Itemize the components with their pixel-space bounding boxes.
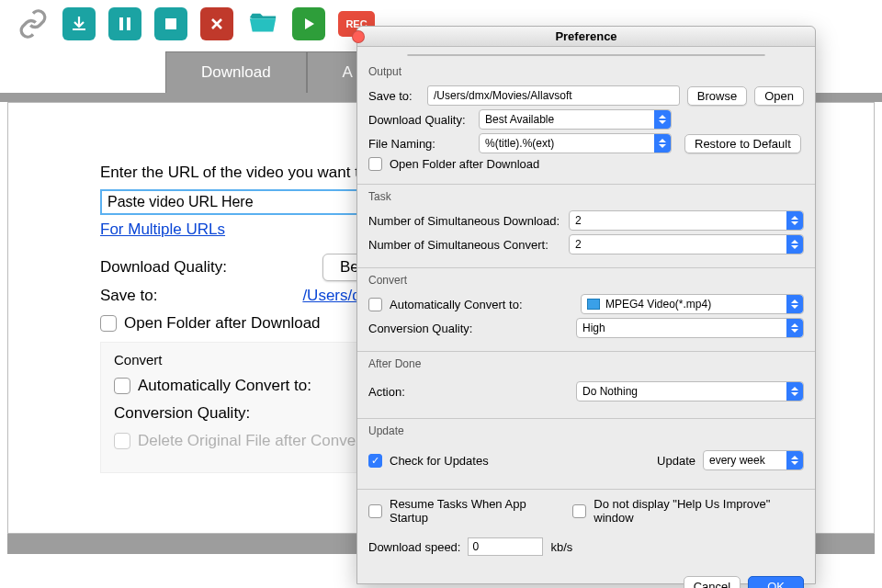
chevron-updown-icon [786,211,803,230]
tab-download[interactable]: Download [165,51,307,93]
action-label: Action: [368,385,569,399]
download-icon[interactable] [62,7,96,40]
tab-ui-settings[interactable]: UI Settings [473,55,555,56]
after-done-title: After Done [368,356,804,374]
cq-label-pref: Conversion Quality: [368,322,569,335]
download-speed-input[interactable] [468,537,543,556]
auto-convert-checkbox[interactable] [114,378,130,394]
close-icon[interactable] [352,30,365,43]
delete-icon[interactable] [200,7,233,40]
resume-tasks-label: Resume Tasks When App Startup [390,497,565,525]
download-quality-value: Best Available [485,113,554,126]
dialog-title: Preference [555,29,616,43]
chevron-updown-icon [786,319,803,337]
open-folder-icon[interactable] [246,7,279,40]
sim-download-label: Number of Simultaneous Download: [368,214,561,228]
update-freq-label: Update [657,454,695,468]
sim-convert-select[interactable]: 2 [569,234,804,254]
resume-tasks-checkbox[interactable] [368,504,382,518]
task-section: Task Number of Simultaneous Download: 2 … [357,185,815,268]
tab-general[interactable]: General [408,55,473,56]
conversion-quality-value: High [582,322,605,334]
auto-convert-checkbox-pref[interactable] [368,298,382,311]
sim-download-select[interactable]: 2 [569,210,804,231]
task-title: Task [368,188,804,207]
multiple-urls-link[interactable]: For Multiple URLs [100,220,225,239]
action-select[interactable]: Do Nothing [576,381,804,401]
auto-convert-label-pref: Automatically Convert to: [390,298,573,311]
delete-original-label: Delete Original File after Conversion [138,432,390,450]
dialog-titlebar: Preference [357,27,815,47]
pause-icon[interactable] [108,7,141,40]
chevron-updown-icon [786,295,803,313]
tab-extensions[interactable]: Extensions [555,55,637,56]
no-improve-checkbox[interactable] [572,504,586,518]
open-folder-checkbox[interactable] [100,315,117,332]
paste-link-icon[interactable] [17,7,50,40]
delete-original-checkbox[interactable] [114,433,130,449]
chevron-updown-icon [786,382,803,401]
file-naming-select[interactable]: %(title).%(ext) [479,133,672,153]
convert-section: Convert Automatically Convert to: MPEG4 … [357,268,815,352]
open-button[interactable]: Open [754,86,804,106]
output-title: Output [368,63,804,82]
update-title: Update [368,423,804,441]
open-folder-checkbox-pref[interactable] [368,157,382,171]
dq-label-pref: Download Quality: [368,113,471,127]
svg-rect-2 [165,18,176,29]
svg-rect-1 [127,17,130,30]
chevron-updown-icon [786,451,803,469]
convert-title-pref: Convert [368,272,804,290]
chevron-updown-icon [654,110,671,129]
action-value: Do Nothing [582,385,638,398]
check-updates-label: Check for Updates [390,454,650,468]
open-folder-label: Open Folder after Download [124,314,321,333]
save-to-label: Save to: [100,287,157,305]
after-done-section: After Done Action: Do Nothing [357,352,815,419]
browse-button[interactable]: Browse [687,86,747,106]
open-folder-label-pref: Open Folder after Download [390,157,539,171]
video-format-icon [587,299,600,310]
tab-advanced[interactable]: Advanced [689,55,764,56]
file-naming-label: File Naming: [368,137,471,151]
svg-rect-0 [119,17,123,30]
update-section: Update ✓ Check for Updates Update every … [357,419,815,490]
play-icon[interactable] [292,7,325,40]
chevron-updown-icon [654,134,671,153]
save-to-label-pref: Save to: [368,89,420,103]
tab-proxy[interactable]: Proxy [636,55,689,56]
update-freq-select[interactable]: every week [703,450,804,470]
auto-convert-label: Automatically Convert to: [138,377,311,395]
download-quality-select[interactable]: Best Available [479,109,672,130]
check-updates-checkbox[interactable]: ✓ [368,454,382,468]
download-speed-label: Download speed: [368,540,460,554]
sim-convert-label: Number of Simultaneous Convert: [368,238,561,252]
restore-default-button[interactable]: Restore to Default [684,134,801,153]
chevron-updown-icon [786,235,803,254]
conversion-quality-select[interactable]: High [576,318,804,338]
misc-section: Resume Tasks When App Startup Do not dis… [357,490,815,569]
cancel-button[interactable]: Cancel [684,576,741,588]
preference-tabs: General UI Settings Extensions Proxy Adv… [407,54,766,56]
output-section: Output Save to: Browse Open Download Qua… [357,60,815,185]
convert-format-value: MPEG4 Video(*.mp4) [605,298,711,311]
download-quality-label: Download Quality: [100,258,227,277]
download-speed-unit: kb/s [550,540,572,554]
sim-download-value: 2 [575,214,582,227]
update-freq-value: every week [709,454,765,467]
ok-button[interactable]: OK [748,576,804,588]
dialog-footer: Cancel OK [357,569,815,588]
file-naming-value: %(title).%(ext) [485,137,554,150]
no-improve-label: Do not display "Help Us Improve" window [594,497,804,525]
stop-icon[interactable] [154,7,187,40]
sim-convert-value: 2 [575,238,582,251]
preference-dialog: Preference General UI Settings Extension… [356,26,816,584]
save-to-input[interactable] [427,85,680,106]
convert-format-select[interactable]: MPEG4 Video(*.mp4) [581,294,804,314]
